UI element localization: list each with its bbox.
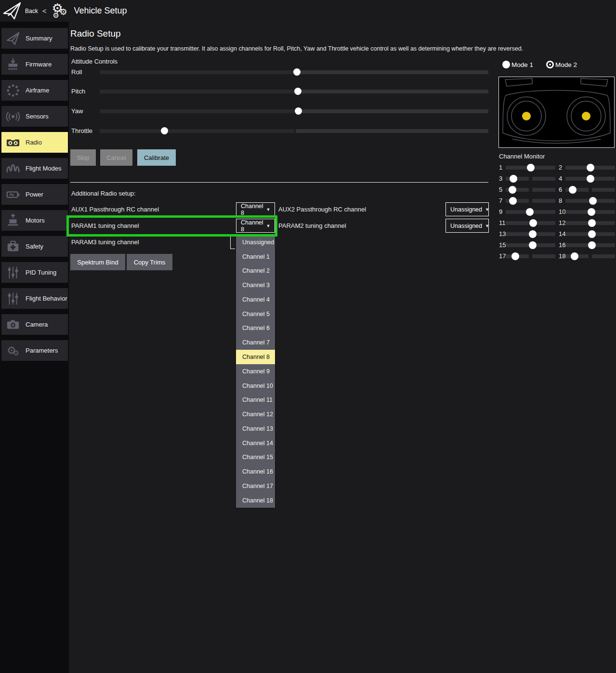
sidebar-item-sensors[interactable]: Sensors — [1, 106, 68, 127]
cancel-button[interactable]: Cancel — [100, 149, 132, 166]
slider-label-roll: Roll — [71, 68, 82, 76]
dropdown-option-channel-10[interactable]: Channel 10 — [236, 379, 275, 393]
sidebar-item-camera[interactable]: Camera — [1, 314, 68, 335]
copy-trims-button[interactable]: Copy Trims — [127, 254, 172, 270]
sidebar-item-power[interactable]: Power — [1, 184, 68, 205]
sidebar-item-motors[interactable]: Motors — [1, 210, 68, 231]
battery-icon — [5, 186, 21, 203]
chevron-down-icon: ▼ — [266, 207, 271, 212]
dropdown-option-channel-17[interactable]: Channel 17 — [236, 479, 275, 493]
sidebar-item-airframe[interactable]: Airframe — [1, 80, 68, 101]
chevron-down-icon: ▼ — [485, 224, 489, 228]
sidebar-item-label: Motors — [26, 217, 45, 224]
vehicle-setup-gears-icon: ⚙⚙⚙ — [51, 2, 70, 20]
attitude-controls-label: Attitude Controls — [71, 58, 118, 65]
channel-11-monitor-dot — [529, 219, 537, 227]
channel-17-monitor-track — [506, 254, 555, 258]
sidebar-item-parameters[interactable]: ⚙⚙Parameters — [1, 340, 68, 361]
param1-channel-combo[interactable]: Channel 8▼ — [236, 219, 275, 233]
sidebar-item-label: Flight Behavior — [26, 295, 67, 302]
channel-18-monitor-track — [565, 254, 615, 258]
dropdown-option-channel-9[interactable]: Channel 9 — [236, 364, 275, 379]
left-stick-dot — [522, 112, 531, 120]
channel-13-monitor-track — [506, 232, 555, 236]
pitch-slider-track[interactable] — [100, 90, 488, 93]
sidebar-item-label: Radio — [26, 139, 42, 146]
sidebar-item-summary[interactable]: Summary — [1, 28, 68, 49]
throttle-slider-track[interactable] — [100, 129, 488, 133]
sliders-icon — [5, 264, 21, 281]
channel-18-label: 18 — [559, 252, 565, 260]
yaw-slider-track[interactable] — [100, 109, 488, 113]
dropdown-option-channel-1[interactable]: Channel 1 — [236, 250, 275, 264]
mode2-radio[interactable] — [546, 61, 554, 68]
sidebar-item-label: Summary — [26, 35, 52, 42]
channel-7-monitor-track — [506, 199, 555, 203]
channel-8-monitor-dot — [589, 197, 597, 205]
paper-plane-icon — [5, 30, 21, 47]
channel-14-monitor-dot — [588, 230, 596, 238]
sidebar-item-flight-modes[interactable]: Flight Modes — [1, 158, 68, 179]
channel-10-monitor-dot — [588, 208, 595, 216]
sidebar-item-safety[interactable]: Safety — [1, 236, 68, 257]
channel-8-label: 8 — [559, 197, 562, 204]
sidebar-item-label: Power — [26, 191, 43, 198]
chevron-down-icon: ▼ — [266, 224, 271, 228]
aux2-label: AUX2 Passthrough RC channel — [278, 206, 366, 213]
aux1-channel-combo[interactable]: Channel 8▼ — [236, 202, 275, 216]
dropdown-option-channel-2[interactable]: Channel 2 — [236, 264, 275, 278]
sidebar-item-label: Sensors — [26, 113, 49, 120]
sidebar-item-firmware[interactable]: Firmware — [1, 54, 68, 75]
param2-channel-combo[interactable]: Unassigned▼ — [446, 219, 489, 233]
channel-3-monitor-track — [506, 177, 555, 181]
sidebar-item-label: Parameters — [26, 347, 58, 354]
dropdown-option-unassigned[interactable]: Unassigned — [236, 235, 275, 250]
app-logo-paper-plane-icon[interactable] — [2, 1, 22, 21]
channel-18-monitor-dot — [571, 252, 578, 260]
sidebar-item-flight-behavior[interactable]: Flight Behavior — [1, 288, 68, 309]
channel-5-label: 5 — [499, 186, 502, 193]
back-button[interactable]: Back — [25, 8, 38, 14]
firmware-chip-icon — [5, 56, 21, 73]
aux2-channel-combo[interactable]: Unassigned▼ — [446, 202, 489, 216]
gears-icon: ⚙⚙ — [5, 343, 21, 359]
slider-label-throttle: Throttle — [71, 127, 92, 134]
channel-15-label: 15 — [499, 241, 506, 249]
dropdown-option-channel-7[interactable]: Channel 7 — [236, 335, 275, 350]
chevron-down-icon: ▼ — [485, 207, 489, 212]
dropdown-option-channel-13[interactable]: Channel 13 — [236, 422, 275, 436]
sidebar-item-label: Camera — [26, 321, 48, 328]
roll-slider-track[interactable] — [100, 70, 488, 74]
skip-button[interactable]: Skip — [70, 149, 96, 166]
dropdown-option-channel-4[interactable]: Channel 4 — [236, 292, 275, 307]
radio-selected-dot — [548, 62, 552, 67]
mode2-label: Mode 2 — [555, 61, 577, 68]
roll-slider-thumb[interactable] — [293, 68, 301, 76]
yaw-slider-thumb[interactable] — [295, 107, 302, 115]
sidebar-item-radio[interactable]: Radio — [1, 132, 68, 153]
wave-icon — [5, 160, 21, 177]
dots-circle-icon — [5, 82, 21, 99]
dropdown-option-channel-14[interactable]: Channel 14 — [236, 436, 275, 450]
dropdown-option-channel-11[interactable]: Channel 11 — [236, 393, 275, 407]
dropdown-option-channel-18[interactable]: Channel 18 — [236, 493, 275, 508]
dropdown-option-channel-3[interactable]: Channel 3 — [236, 278, 275, 292]
sidebar-item-pid-tuning[interactable]: PID Tuning — [1, 262, 68, 283]
spektrum-bind-button[interactable]: Spektrum Bind — [70, 254, 125, 270]
dropdown-option-channel-16[interactable]: Channel 16 — [236, 464, 275, 479]
channel-12-monitor-track — [565, 221, 615, 225]
mode1-radio[interactable] — [502, 61, 510, 68]
channel-17-label: 17 — [499, 252, 506, 260]
pitch-slider-thumb[interactable] — [294, 88, 301, 95]
dropdown-option-channel-5[interactable]: Channel 5 — [236, 307, 275, 321]
dropdown-option-channel-8[interactable]: Channel 8 — [236, 350, 275, 364]
vehicle-setup-window: Back < ⚙⚙⚙ Vehicle Setup SummaryFirmware… — [0, 0, 616, 673]
calibrate-button[interactable]: Calibrate — [137, 149, 176, 166]
channel-14-monitor-track — [565, 232, 615, 236]
channel-16-label: 16 — [559, 241, 565, 249]
dropdown-option-channel-12[interactable]: Channel 12 — [236, 407, 275, 422]
dropdown-option-channel-15[interactable]: Channel 15 — [236, 450, 275, 464]
first-aid-icon — [5, 238, 21, 255]
channel-4-monitor-dot — [587, 175, 594, 183]
dropdown-option-channel-6[interactable]: Channel 6 — [236, 321, 275, 336]
